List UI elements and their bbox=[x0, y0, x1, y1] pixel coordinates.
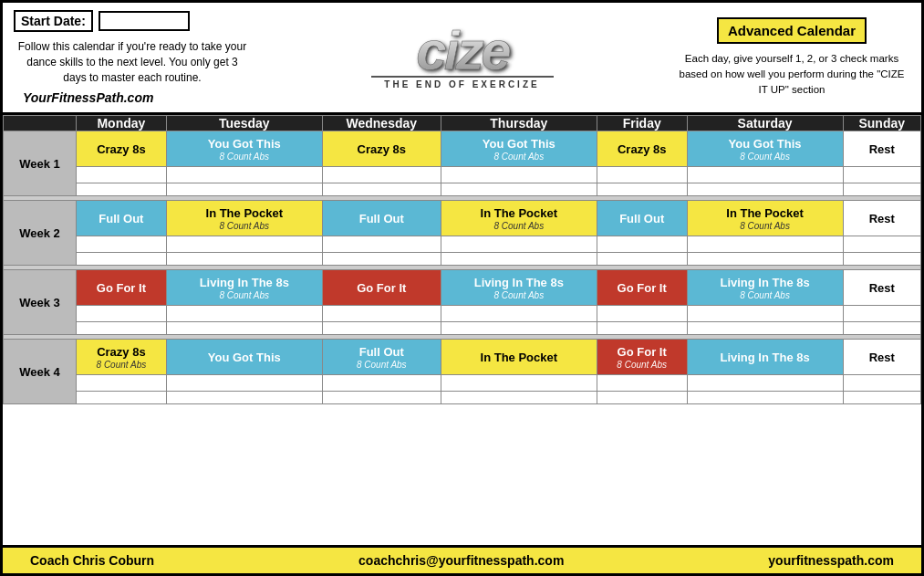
table-row: Week 2Full OutIn The Pocket8 Count AbsFu… bbox=[4, 201, 921, 236]
check-cell[interactable] bbox=[77, 167, 167, 183]
abs-subtitle: 8 Count Abs bbox=[493, 290, 544, 300]
check-cell[interactable] bbox=[77, 236, 167, 253]
check-cell[interactable] bbox=[597, 183, 687, 196]
workout-cell: You Got This8 Count Abs bbox=[687, 131, 843, 167]
workout-cell: Rest bbox=[843, 340, 920, 375]
advanced-calendar-badge: Advanced Calendar bbox=[717, 17, 867, 44]
check-cell[interactable] bbox=[597, 236, 687, 253]
table-row: Week 3Go For ItLiving In The 8s8 Count A… bbox=[4, 270, 921, 306]
workout-cell: Full Out bbox=[322, 201, 441, 236]
abs-subtitle: 8 Count Abs bbox=[97, 360, 147, 370]
table-row: Week 4Crazy 8s8 Count AbsYou Got ThisFul… bbox=[4, 340, 921, 375]
check-cell[interactable] bbox=[322, 392, 441, 404]
check-cell[interactable] bbox=[687, 183, 843, 196]
check-cell[interactable] bbox=[441, 253, 597, 266]
check-cell[interactable] bbox=[687, 392, 843, 404]
check-cell[interactable] bbox=[77, 183, 167, 196]
workout-cell: Living In The 8s bbox=[687, 340, 843, 375]
workout-name: You Got This bbox=[729, 137, 802, 152]
header: Start Date: Follow this calendar if you'… bbox=[3, 3, 921, 115]
workout-name: Full Out bbox=[359, 212, 404, 226]
check-cell[interactable] bbox=[843, 375, 920, 392]
check-cell[interactable] bbox=[322, 306, 441, 322]
col-monday: Monday bbox=[77, 116, 167, 131]
check-cell[interactable] bbox=[597, 253, 687, 266]
svg-text:cize: cize bbox=[416, 26, 510, 76]
abs-subtitle: 8 Count Abs bbox=[219, 221, 269, 231]
check-cell[interactable] bbox=[441, 167, 597, 183]
check-cell[interactable] bbox=[77, 306, 167, 322]
check-cell[interactable] bbox=[77, 322, 167, 335]
check-row-1 bbox=[4, 236, 921, 253]
workout-name: In The Pocket bbox=[726, 206, 804, 221]
workout-name: In The Pocket bbox=[481, 351, 558, 365]
check-cell[interactable] bbox=[843, 253, 920, 266]
check-cell[interactable] bbox=[687, 236, 843, 253]
check-cell[interactable] bbox=[597, 306, 687, 322]
check-cell[interactable] bbox=[166, 183, 322, 196]
check-cell[interactable] bbox=[322, 322, 441, 335]
workout-cell: Crazy 8s bbox=[597, 131, 687, 167]
page: Start Date: Follow this calendar if you'… bbox=[0, 0, 924, 576]
check-cell[interactable] bbox=[322, 167, 441, 183]
check-cell[interactable] bbox=[166, 306, 322, 322]
check-cell[interactable] bbox=[166, 167, 322, 183]
workout-name: Full Out bbox=[619, 212, 664, 226]
check-cell[interactable] bbox=[843, 167, 920, 183]
check-cell[interactable] bbox=[77, 392, 167, 404]
check-cell[interactable] bbox=[322, 253, 441, 266]
footer-coach: Coach Chris Coburn bbox=[30, 553, 154, 568]
check-cell[interactable] bbox=[597, 375, 687, 392]
workout-cell: Go For It bbox=[597, 270, 687, 306]
check-cell[interactable] bbox=[166, 253, 322, 266]
check-cell[interactable] bbox=[441, 236, 597, 253]
header-right: Advanced Calendar Each day, give yoursel… bbox=[673, 17, 910, 99]
check-cell[interactable] bbox=[77, 375, 167, 392]
check-cell[interactable] bbox=[441, 306, 597, 322]
check-cell[interactable] bbox=[843, 183, 920, 196]
check-cell[interactable] bbox=[322, 236, 441, 253]
workout-cell: Go For It bbox=[77, 270, 167, 306]
workout-name: In The Pocket bbox=[481, 206, 558, 221]
check-cell[interactable] bbox=[597, 392, 687, 404]
footer-email: coachchris@yourfitnesspath.com bbox=[358, 553, 564, 568]
abs-subtitle: 8 Count Abs bbox=[219, 152, 269, 162]
check-cell[interactable] bbox=[322, 375, 441, 392]
check-cell[interactable] bbox=[166, 392, 322, 404]
start-date-input[interactable] bbox=[99, 11, 190, 31]
check-cell[interactable] bbox=[597, 167, 687, 183]
workout-cell: Rest bbox=[843, 270, 920, 306]
check-cell[interactable] bbox=[166, 322, 322, 335]
workout-cell: Full Out bbox=[597, 201, 687, 236]
check-cell[interactable] bbox=[441, 392, 597, 404]
check-cell[interactable] bbox=[166, 236, 322, 253]
abs-subtitle: 8 Count Abs bbox=[740, 221, 790, 231]
check-cell[interactable] bbox=[687, 167, 843, 183]
check-cell[interactable] bbox=[441, 375, 597, 392]
check-cell[interactable] bbox=[687, 375, 843, 392]
workout-cell: In The Pocket8 Count Abs bbox=[166, 201, 322, 236]
check-cell[interactable] bbox=[687, 322, 843, 335]
workout-name: Go For It bbox=[97, 281, 146, 296]
col-friday: Friday bbox=[597, 116, 687, 131]
abs-subtitle: 8 Count Abs bbox=[219, 290, 269, 300]
workout-cell: In The Pocket bbox=[441, 340, 597, 375]
abs-subtitle: 8 Count Abs bbox=[740, 290, 790, 300]
check-cell[interactable] bbox=[441, 322, 597, 335]
check-cell[interactable] bbox=[166, 375, 322, 392]
check-cell[interactable] bbox=[843, 322, 920, 335]
check-cell[interactable] bbox=[687, 253, 843, 266]
check-cell[interactable] bbox=[597, 322, 687, 335]
workout-name: Living In The 8s bbox=[720, 276, 809, 290]
header-left-text: Follow this calendar if you're ready to … bbox=[14, 39, 251, 85]
check-cell[interactable] bbox=[322, 183, 441, 196]
check-cell[interactable] bbox=[441, 183, 597, 196]
check-cell[interactable] bbox=[843, 236, 920, 253]
workout-name: Go For It bbox=[618, 281, 667, 296]
check-cell[interactable] bbox=[687, 306, 843, 322]
workout-cell: Living In The 8s8 Count Abs bbox=[441, 270, 597, 306]
check-cell[interactable] bbox=[843, 306, 920, 322]
start-date-label: Start Date: bbox=[14, 10, 93, 32]
check-cell[interactable] bbox=[77, 253, 167, 266]
check-cell[interactable] bbox=[843, 392, 920, 404]
